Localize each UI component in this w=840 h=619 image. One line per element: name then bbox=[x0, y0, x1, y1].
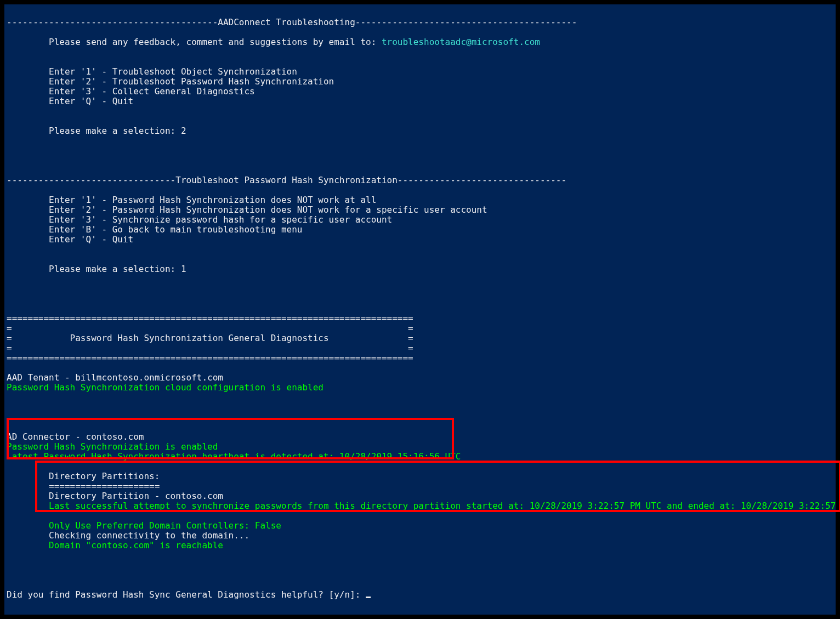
submenu-rule: --------------------------------Troubles… bbox=[7, 175, 566, 185]
dir-partitions-sep: ===================== bbox=[7, 481, 160, 491]
powershell-console[interactable]: ----------------------------------------… bbox=[2, 2, 838, 617]
aad-tenant-line: AAD Tenant - billmcontoso.onmicrosoft.co… bbox=[7, 372, 223, 383]
diag-title: = Password Hash Synchronization General … bbox=[7, 333, 413, 343]
selection-prompt-2: Please make a selection: 1 bbox=[7, 264, 186, 274]
menu-option-3: Enter '3' - Collect General Diagnostics bbox=[7, 86, 255, 96]
submenu-option-1: Enter '1' - Password Hash Synchronizatio… bbox=[7, 195, 376, 205]
ad-connector-line: AD Connector - contoso.com bbox=[7, 431, 144, 442]
diag-bar-top: ========================================… bbox=[7, 313, 413, 323]
menu-option-q: Enter 'Q' - Quit bbox=[7, 96, 133, 106]
submenu-option-3: Enter '3' - Synchronize password hash fo… bbox=[7, 214, 392, 225]
submenu-option-2: Enter '2' - Password Hash Synchronizatio… bbox=[7, 205, 487, 215]
menu-option-1: Enter '1' - Troubleshoot Object Synchron… bbox=[7, 66, 297, 77]
diag-bar-bottom: ========================================… bbox=[7, 353, 413, 363]
phs-heartbeat-line: Latest Password Hash Synchronization hea… bbox=[7, 451, 461, 462]
phs-enabled-line: Password Hash Synchronization is enabled bbox=[7, 441, 218, 452]
cloud-config-line: Password Hash Synchronization cloud conf… bbox=[7, 382, 323, 393]
dir-partition-name: Directory Partition - contoso.com bbox=[7, 491, 223, 501]
diag-side: = = bbox=[7, 343, 413, 353]
menu-option-2: Enter '2' - Troubleshoot Password Hash S… bbox=[7, 76, 334, 87]
submenu-option-b: Enter 'B' - Go back to main troubleshoot… bbox=[7, 224, 302, 235]
cursor-icon bbox=[366, 597, 371, 598]
checking-connectivity-line: Checking connectivity to the domain... bbox=[7, 530, 249, 541]
section-rule: ----------------------------------------… bbox=[7, 17, 577, 27]
last-sync-line: Last successful attempt to synchronize p… bbox=[7, 501, 840, 511]
diag-side: = = bbox=[7, 323, 413, 333]
feedback-email: troubleshootaadc@microsoft.com bbox=[382, 37, 540, 47]
final-prompt[interactable]: Did you find Password Hash Sync General … bbox=[7, 589, 371, 600]
domain-reachable-line: Domain "contoso.com" is reachable bbox=[7, 540, 223, 550]
submenu-option-q: Enter 'Q' - Quit bbox=[7, 234, 133, 245]
dir-partitions-header: Directory Partitions: bbox=[7, 471, 160, 481]
selection-prompt-1: Please make a selection: 2 bbox=[7, 126, 186, 136]
preferred-dc-line: Only Use Preferred Domain Controllers: F… bbox=[7, 520, 281, 531]
feedback-line: Please send any feedback, comment and su… bbox=[7, 37, 540, 47]
